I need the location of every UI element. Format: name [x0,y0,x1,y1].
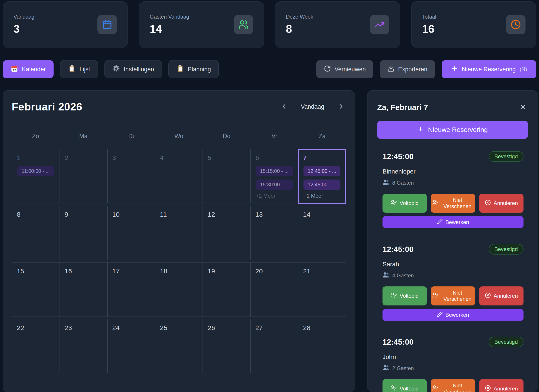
calendar-day-cell[interactable]: 12 [202,206,250,260]
guest-name: John [382,354,524,361]
calendar-day-cell[interactable]: 4 [155,149,203,203]
refresh-button[interactable]: Vernieuwen [316,60,373,78]
user-x-icon [433,292,439,300]
day-number: 12 [208,211,250,218]
calendar-day-cell[interactable]: 15 [12,262,60,317]
calendar-day-cell[interactable]: 2 [60,149,108,203]
calendar-day-cell[interactable]: 10 [107,206,155,260]
calendar-day-cell[interactable]: 712:45:00 - ...12:45:00 - ...+1 Meer [298,149,346,203]
clipboard-emoji-icon [176,65,184,74]
niet-verschenen-button[interactable]: Niet Verschenen [431,379,475,392]
voltooid-button[interactable]: Voltooid [382,379,427,392]
today-button[interactable]: Vandaag [301,103,324,110]
calendar-day-cell[interactable]: 28 [298,319,346,373]
panel-new-reservation-button[interactable]: Nieuwe Reservering [377,121,528,139]
plus-icon [451,65,458,74]
voltooid-button[interactable]: Voltooid [382,287,427,306]
next-month-button[interactable] [336,102,346,112]
guest-count-label: 8 Gasten [392,180,414,186]
day-number: 1 [17,154,60,162]
day-number: 16 [65,267,107,275]
calendar-day-cell[interactable]: 11 [155,206,203,260]
reservation-actions: Voltooid Niet Verschenen Annuleren [382,194,524,213]
bewerken-button[interactable]: Bewerken [382,309,524,321]
calendar-day-cell[interactable]: 23 [60,319,108,373]
new-reservation-button[interactable]: Nieuwe Reservering (N) [442,60,536,78]
shortcut-hint: (N) [520,66,527,72]
new-reservation-label: Nieuwe Reservering [462,66,516,73]
niet-verschenen-button[interactable]: Niet Verschenen [431,194,475,213]
calendar-day-cell[interactable]: 27 [250,319,298,373]
circle-x-icon [485,292,491,300]
day-number: 7 [303,154,346,162]
more-events-label[interactable]: +2 Meer [256,193,298,199]
annuleren-button[interactable]: Annuleren [479,287,524,306]
annuleren-button[interactable]: Annuleren [479,379,524,392]
reservation-card: 12:45:00 Bevestigd John 2 Gasten Voltooi… [377,337,528,392]
calendar-day-cell[interactable]: 14 [298,206,346,260]
day-number: 18 [160,267,203,275]
export-button[interactable]: Exporteren [380,60,435,78]
weekday-label: Do [203,133,250,140]
clock-icon [506,15,525,34]
calendar-day-cell[interactable]: 615:15:00 - ...15:30:00 - ...+2 Meer [250,149,298,203]
guest-count-label: 4 Gasten [392,272,414,279]
reservation-header-row: 12:45:00 Bevestigd [382,151,524,162]
day-number: 5 [208,154,250,162]
calendar-day-cell[interactable]: 5 [202,149,250,203]
day-detail-panel: Za, Februari 7 Nieuwe Reservering 12:45:… [367,90,538,392]
calendar-day-cell[interactable]: 26 [202,319,250,373]
annuleren-button[interactable]: Annuleren [479,194,524,213]
stat-label: Vandaag [14,14,34,20]
calendar-day-cell[interactable]: 25 [155,319,203,373]
day-number: 21 [303,267,346,275]
guest-name: Sarah [382,261,524,268]
calendar-day-cell[interactable]: 21 [298,262,346,317]
calendar-day-cell[interactable]: 22 [12,319,60,373]
calendar-event-pill[interactable]: 12:45:00 - ... [303,180,341,190]
calendar-week-row: 22232425262728 [12,319,346,373]
calendar-day-cell[interactable]: 24 [107,319,155,373]
calendar-day-cell[interactable]: 20 [250,262,298,317]
calendar-event-pill[interactable]: 15:30:00 - ... [256,180,293,190]
reservation-header-row: 12:45:00 Bevestigd [382,337,524,347]
day-number: 20 [255,267,298,275]
calendar-day-cell[interactable]: 17 [107,262,155,317]
more-events-label[interactable]: +1 Meer [303,193,346,199]
weekday-label: Vr [250,133,298,140]
calendar-event-pill[interactable]: 12:45:00 - ... [303,166,341,177]
calendar-day-cell[interactable]: 13 [250,206,298,260]
calendar-event-pill[interactable]: 11:00:00 - ... [17,166,54,177]
guest-count-row: 4 Gasten [382,271,524,280]
day-number: 19 [208,267,250,275]
close-panel-button[interactable] [518,102,528,112]
guest-count-row: 2 Gasten [382,364,524,373]
calendar-day-cell[interactable]: 9 [60,206,108,260]
tab-kalender[interactable]: 17 Kalender [3,60,53,78]
tab-planning[interactable]: Planning [168,60,219,78]
reservation-time: 12:45:00 [382,245,414,254]
pencil-icon [437,311,443,319]
day-number: 25 [160,324,203,332]
day-number: 4 [160,154,203,162]
tab-lijst[interactable]: Lijst [60,60,98,78]
calendar-day-cell[interactable]: 19 [202,262,250,317]
bewerken-button[interactable]: Bewerken [382,216,524,228]
guests-icon [382,271,390,280]
calendar-event-pill[interactable]: 15:15:00 - ... [256,166,293,177]
user-check-icon [391,292,397,300]
calendar-icon [97,15,117,34]
calendar-day-cell[interactable]: 18 [155,262,203,317]
calendar-day-cell[interactable]: 3 [107,149,155,203]
prev-month-button[interactable] [279,102,289,112]
calendar-day-cell[interactable]: 8 [12,206,60,260]
voltooid-button[interactable]: Voltooid [382,194,427,213]
day-number: 3 [112,154,155,162]
tab-instellingen[interactable]: Instellingen [105,60,162,78]
stat-label: Totaal [422,14,436,20]
calendar-day-cell[interactable]: 111:00:00 - ... [12,149,60,203]
stat-label: Gasten Vandaag [150,14,189,20]
niet-verschenen-button[interactable]: Niet Verschenen [431,287,475,306]
calendar-day-cell[interactable]: 16 [60,262,108,317]
stat-value: 8 [286,23,313,35]
